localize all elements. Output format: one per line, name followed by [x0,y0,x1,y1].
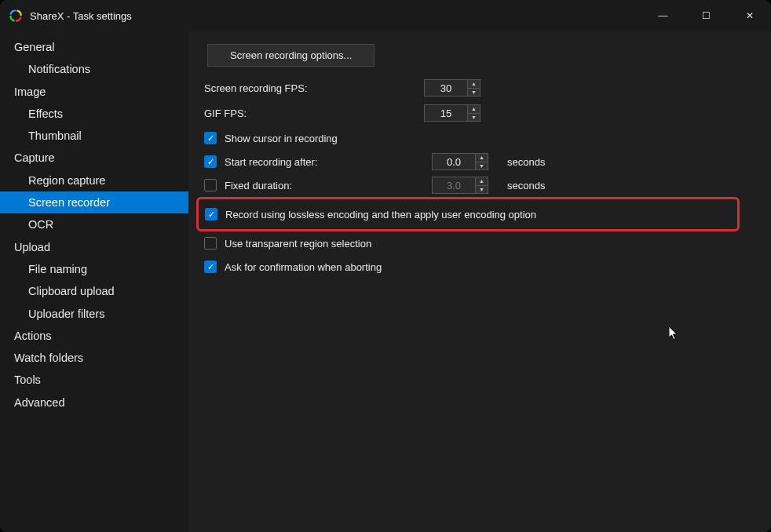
gif-fps-spinner[interactable]: ▲ ▼ [424,104,481,122]
sidebar-item-screen-recorder[interactable]: Screen recorder [0,191,188,213]
sidebar: GeneralNotificationsImageEffectsThumbnai… [0,31,188,532]
transparent-region-label: Use transparent region selection [225,238,371,250]
window-title: ShareX - Task settings [30,10,132,22]
sidebar-item-uploader-filters[interactable]: Uploader filters [0,303,188,325]
main-panel: Screen recording options... Screen recor… [188,31,771,532]
start-after-checkbox[interactable]: ✓ [204,155,217,168]
spinner-up-icon[interactable]: ▲ [476,154,488,162]
spinner-down-icon[interactable]: ▼ [468,89,480,97]
sidebar-item-effects[interactable]: Effects [0,103,188,125]
titlebar: ShareX - Task settings — ☐ ✕ [0,0,771,31]
spinner-up-icon[interactable]: ▲ [468,80,480,89]
spinner-up-icon: ▲ [476,177,488,186]
window-controls: — ☐ ✕ [641,0,771,31]
fixed-duration-spinner: ▲ ▼ [432,177,488,194]
window: ShareX - Task settings — ☐ ✕ GeneralNoti… [0,0,771,532]
sidebar-item-file-naming[interactable]: File naming [0,258,188,280]
spinner-down-icon[interactable]: ▼ [476,162,488,170]
gif-fps-label: GIF FPS: [204,107,424,119]
minimize-button[interactable]: — [641,0,685,31]
fps-label: Screen recording FPS: [204,82,424,94]
fps-input[interactable] [425,80,467,96]
show-cursor-checkbox[interactable]: ✓ [204,132,217,144]
sidebar-item-ocr[interactable]: OCR [0,213,188,235]
spinner-up-icon[interactable]: ▲ [468,105,480,114]
sidebar-item-clipboard-upload[interactable]: Clipboard upload [0,280,188,302]
fixed-duration-unit: seconds [507,180,545,191]
sidebar-item-actions[interactable]: Actions [0,325,188,347]
fixed-duration-checkbox[interactable] [204,179,217,191]
transparent-region-checkbox[interactable] [204,237,217,250]
start-after-input[interactable] [433,154,475,169]
gif-fps-input[interactable] [425,105,467,121]
sidebar-item-watch-folders[interactable]: Watch folders [0,347,188,369]
lossless-label: Record using lossless encoding and then … [225,209,536,220]
sidebar-item-image[interactable]: Image [0,81,188,103]
start-after-unit: seconds [507,156,545,168]
sidebar-item-capture[interactable]: Capture [0,147,188,169]
lossless-checkbox[interactable]: ✓ [205,208,217,220]
ask-confirmation-label: Ask for confirmation when aborting [225,261,382,273]
close-button[interactable]: ✕ [728,0,771,31]
spinner-down-icon: ▼ [476,186,488,194]
sidebar-item-general[interactable]: General [0,36,188,58]
start-after-spinner[interactable]: ▲ ▼ [432,153,488,170]
start-after-label: Start recording after: [225,156,424,168]
app-icon [8,8,24,24]
fixed-duration-input [433,177,475,193]
screen-recording-options-button[interactable]: Screen recording options... [207,44,375,67]
content: GeneralNotificationsImageEffectsThumbnai… [0,31,771,532]
show-cursor-label: Show cursor in recording [225,133,338,144]
sidebar-item-thumbnail[interactable]: Thumbnail [0,125,188,147]
highlight-annotation: ✓ Record using lossless encoding and the… [196,197,740,231]
sidebar-item-notifications[interactable]: Notifications [0,58,188,80]
sidebar-item-advanced[interactable]: Advanced [0,392,188,414]
spinner-down-icon[interactable]: ▼ [468,114,480,122]
ask-confirmation-checkbox[interactable]: ✓ [204,261,217,273]
sidebar-item-region-capture[interactable]: Region capture [0,169,188,191]
sidebar-item-tools[interactable]: Tools [0,369,188,391]
maximize-button[interactable]: ☐ [685,0,728,31]
fps-spinner[interactable]: ▲ ▼ [424,79,481,97]
sidebar-item-upload[interactable]: Upload [0,236,188,258]
fixed-duration-label: Fixed duration: [225,180,424,191]
